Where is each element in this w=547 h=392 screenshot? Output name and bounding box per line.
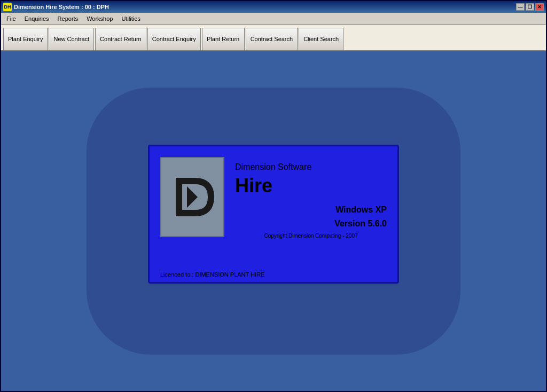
splash-product: Hire: [235, 176, 387, 195]
splash-platform: Windows XP: [235, 205, 387, 215]
toolbar-btn-plant-enquiry[interactable]: Plant Enquiry: [3, 28, 48, 50]
licensed-to-label: Licenced to :: [160, 271, 193, 278]
splash-text: Dimension Software Hire Windows XP Versi…: [235, 157, 387, 239]
menu-item-file[interactable]: File: [2, 14, 20, 23]
licensed-to-value: DIMENSION PLANT HIRE: [195, 271, 264, 278]
splash-footer: Licenced to : DIMENSION PLANT HIRE: [150, 269, 397, 282]
splash-logo-box: [160, 157, 224, 237]
toolbar-btn-contract-search[interactable]: Contract Search: [246, 28, 298, 50]
window-title: Dimension Hire System : 00 : DPH: [14, 4, 109, 10]
toolbar-btn-new-contract[interactable]: New Contract: [49, 28, 94, 50]
toolbar-btn-contract-enquiry[interactable]: Contract Enquiry: [147, 28, 201, 50]
main-area: Dimension Software Hire Windows XP Versi…: [1, 51, 546, 391]
app-icon: DH: [3, 3, 12, 11]
title-bar-buttons: — ❐ ✕: [516, 3, 544, 11]
restore-button[interactable]: ❐: [526, 3, 534, 11]
menu-bar: FileEnquiriesReportsWorkshopUtilities: [1, 13, 546, 25]
menu-item-utilities[interactable]: Utilities: [117, 14, 144, 23]
minimize-button[interactable]: —: [516, 3, 525, 11]
toolbar: Plant EnquiryNew ContractContract Return…: [1, 25, 546, 51]
splash-company: Dimension Software: [235, 162, 387, 172]
menu-item-enquiries[interactable]: Enquiries: [20, 14, 53, 23]
splash-logo-icon: [168, 168, 216, 226]
toolbar-btn-contract-return[interactable]: Contract Return: [95, 28, 146, 50]
menu-item-workshop[interactable]: Workshop: [82, 14, 117, 23]
splash-version: Version 5.6.0: [235, 219, 387, 229]
close-button[interactable]: ✕: [535, 3, 544, 11]
title-bar: DH Dimension Hire System : 00 : DPH — ❐ …: [1, 1, 546, 13]
app-window: DH Dimension Hire System : 00 : DPH — ❐ …: [0, 0, 547, 392]
splash-copyright: Copyright Dimension Computing - 2007: [235, 233, 387, 239]
toolbar-btn-plant-return[interactable]: Plant Return: [202, 28, 245, 50]
toolbar-btn-client-search[interactable]: Client Search: [299, 28, 343, 50]
splash-dialog: Dimension Software Hire Windows XP Versi…: [148, 145, 399, 284]
menu-item-reports[interactable]: Reports: [53, 14, 83, 23]
